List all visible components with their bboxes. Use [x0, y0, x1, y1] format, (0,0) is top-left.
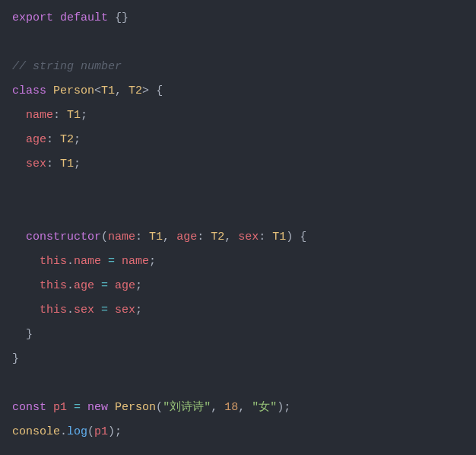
dot: .	[67, 255, 74, 268]
semicolon: ;	[115, 425, 122, 438]
code-line: age: T2;	[12, 133, 81, 146]
identifier: name	[122, 255, 149, 268]
paren-open: (	[101, 231, 108, 243]
code-line: name: T1;	[12, 109, 87, 122]
semicolon: ;	[74, 158, 81, 170]
paren-close: )	[108, 425, 115, 438]
colon: :	[197, 231, 211, 243]
brace-close: }	[26, 328, 33, 341]
semicolon: ;	[74, 133, 81, 146]
semicolon: ;	[135, 304, 142, 317]
brace-open: {	[293, 231, 306, 243]
code-line: console.log(p1);	[12, 425, 122, 438]
operator-assign: =	[67, 401, 87, 414]
code-line: export default {}	[12, 11, 129, 24]
empty-object: {}	[115, 11, 129, 24]
angle-open: <	[94, 84, 101, 97]
comma: ,	[238, 401, 252, 414]
type-annotation: T2	[211, 231, 224, 243]
paren-open: (	[156, 401, 163, 414]
object-console: console	[12, 425, 60, 438]
semicolon: ;	[135, 279, 142, 292]
code-line: constructor(name: T1, age: T2, sex: T1) …	[12, 231, 306, 243]
code-line: // string number	[12, 60, 122, 73]
type-annotation: T1	[149, 231, 163, 243]
code-line: sex: T1;	[12, 158, 81, 170]
type-annotation: T1	[272, 231, 286, 243]
colon: :	[46, 133, 60, 146]
brace-open: {	[149, 84, 163, 97]
code-line: const p1 = new Person("刘诗诗", 18, "女");	[12, 401, 290, 414]
property-name: age	[74, 279, 94, 292]
semicolon: ;	[149, 255, 156, 268]
code-line: }	[12, 352, 19, 365]
keyword-this: this	[40, 255, 67, 268]
dot: .	[67, 279, 74, 292]
code-line: this.age = age;	[12, 279, 142, 292]
param-name: sex	[238, 231, 259, 243]
keyword-export: export	[12, 11, 53, 24]
paren-close: )	[286, 231, 293, 243]
code-block: export default {} // string number class…	[12, 6, 464, 444]
semicolon: ;	[81, 109, 87, 122]
paren-open: (	[87, 425, 94, 438]
keyword-constructor: constructor	[26, 231, 101, 243]
colon: :	[53, 109, 67, 122]
code-line: class Person<T1, T2> {	[12, 84, 163, 97]
keyword-class: class	[12, 84, 46, 97]
class-name: Person	[53, 84, 94, 97]
identifier: sex	[115, 304, 135, 317]
identifier: age	[115, 279, 135, 292]
indent	[12, 133, 26, 146]
indent	[12, 255, 40, 268]
property-name: name	[26, 109, 53, 122]
argument: p1	[94, 425, 108, 438]
property-name: age	[26, 133, 46, 146]
comma: ,	[163, 231, 176, 243]
function-log: log	[67, 425, 87, 438]
indent	[12, 328, 26, 341]
generic-t1: T1	[101, 84, 115, 97]
indent	[12, 304, 40, 317]
keyword-this: this	[40, 279, 67, 292]
class-name: Person	[115, 401, 156, 414]
comment: // string number	[12, 60, 122, 73]
type-annotation: T1	[67, 109, 81, 122]
comma: ,	[211, 401, 224, 414]
operator-assign: =	[94, 279, 115, 292]
type-annotation: T2	[60, 133, 74, 146]
keyword-new: new	[87, 401, 108, 414]
indent	[12, 109, 26, 122]
number-literal: 18	[224, 401, 238, 414]
indent	[12, 158, 26, 170]
code-line: this.sex = sex;	[12, 304, 142, 317]
indent	[12, 231, 26, 243]
operator-assign: =	[101, 255, 122, 268]
generic-t2: T2	[129, 84, 142, 97]
property-name: sex	[26, 158, 46, 170]
operator-assign: =	[94, 304, 115, 317]
property-name: sex	[74, 304, 94, 317]
code-line: }	[12, 328, 33, 341]
angle-close: >	[142, 84, 149, 97]
semicolon: ;	[284, 401, 290, 414]
colon: :	[46, 158, 60, 170]
colon: :	[135, 231, 149, 243]
brace-close: }	[12, 352, 19, 365]
code-line: this.name = name;	[12, 255, 156, 268]
keyword-const: const	[12, 401, 46, 414]
variable-name: p1	[53, 401, 67, 414]
comma: ,	[224, 231, 238, 243]
param-name: name	[108, 231, 135, 243]
comma: ,	[115, 84, 129, 97]
type-annotation: T1	[60, 158, 74, 170]
string-literal: "刘诗诗"	[163, 401, 211, 414]
colon: :	[259, 231, 272, 243]
paren-close: )	[277, 401, 284, 414]
indent	[12, 279, 40, 292]
dot: .	[67, 304, 74, 317]
param-name: age	[176, 231, 197, 243]
keyword-default: default	[60, 11, 108, 24]
property-name: name	[74, 255, 101, 268]
string-literal: "女"	[252, 401, 277, 414]
